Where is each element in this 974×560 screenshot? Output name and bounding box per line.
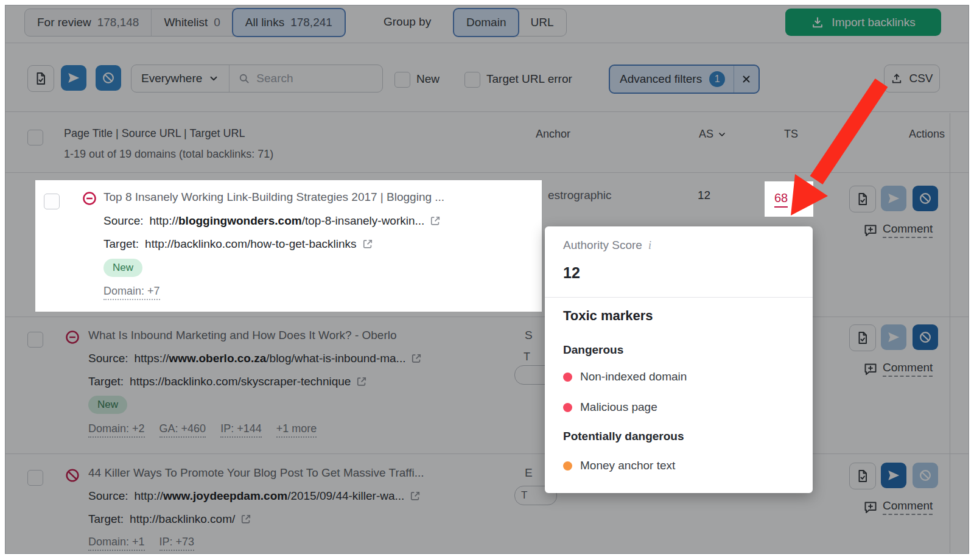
- popup-toxic-markers-title: Toxic markers: [563, 308, 653, 324]
- warning-dot-icon: [563, 461, 572, 471]
- divider: [545, 297, 813, 298]
- row1-highlight-panel: Top 8 Insanely Working Link-Building Str…: [35, 180, 542, 312]
- info-icon[interactable]: i: [648, 239, 651, 252]
- external-link-icon[interactable]: [429, 215, 441, 227]
- row1-new-badge: New: [103, 259, 142, 277]
- url-prefix: http://: [149, 214, 178, 227]
- row1-target-link[interactable]: http://backlinko.com/how-to-get-backlink…: [145, 237, 356, 251]
- toxic-score-popup: Authority Score i 12 Toxic markers Dange…: [545, 226, 813, 493]
- danger-dot-icon: [563, 373, 572, 382]
- row1-target-line: Target: http://backlinko.com/how-to-get-…: [103, 237, 374, 251]
- chevron-down-icon[interactable]: [793, 194, 804, 205]
- row1-checkbox[interactable]: [44, 194, 60, 209]
- source-label: Source:: [103, 214, 143, 228]
- toxic-marker-label: Malicious page: [580, 401, 657, 414]
- toxic-marker-label: Money anchor text: [580, 459, 675, 472]
- url-domain: bloggingwonders.com: [178, 214, 302, 227]
- row1-domain-meta[interactable]: Domain: +7: [103, 285, 160, 300]
- backlink-audit-page: For review 178,148 Whitelist 0 All links…: [0, 0, 974, 560]
- popup-group-dangerous: Dangerous: [563, 343, 623, 357]
- toxic-marker-label: Non-indexed domain: [580, 370, 687, 383]
- target-label: Target:: [103, 237, 139, 251]
- toxic-marker-item: Money anchor text: [563, 459, 675, 472]
- row1-meta: Domain: +7: [103, 285, 160, 300]
- row1-source-link[interactable]: http://bloggingwonders.com/top-8-insanel…: [149, 214, 424, 228]
- popup-authority-score-value: 12: [563, 264, 580, 282]
- row1-toxic-score-highlight: 68: [765, 181, 813, 217]
- authority-score-label: Authority Score: [563, 239, 642, 252]
- url-path: /top-8-insanely-workin...: [302, 214, 425, 227]
- danger-dot-icon: [563, 403, 572, 412]
- popup-group-potentially-dangerous: Potentially dangerous: [563, 430, 684, 443]
- minus-circle-icon: [82, 191, 97, 206]
- toxic-marker-item: Non-indexed domain: [563, 370, 687, 383]
- row1-removed-icon: [82, 191, 97, 206]
- external-link-icon[interactable]: [362, 238, 374, 250]
- toxic-marker-item: Malicious page: [563, 401, 657, 414]
- row1-page-title[interactable]: Top 8 Insanely Working Link-Building Str…: [103, 191, 444, 204]
- row1-toxic-score-link[interactable]: 68: [774, 191, 788, 208]
- row1-source-line: Source: http://bloggingwonders.com/top-8…: [103, 214, 441, 228]
- popup-authority-score-title: Authority Score i: [563, 239, 651, 252]
